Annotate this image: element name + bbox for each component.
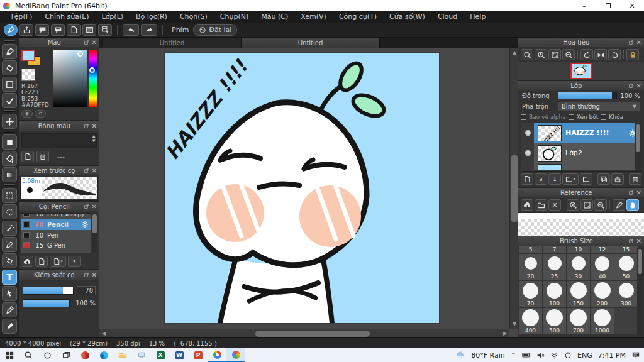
horizontal-scrollbar[interactable]: ◀ ▶	[99, 329, 509, 337]
menu-file[interactable]: Tệp(F)	[4, 11, 38, 23]
brush-size-scrollbar[interactable]	[637, 248, 643, 336]
menu-tools[interactable]: Công cụ(T)	[333, 11, 383, 23]
script-brush-button[interactable]: s	[68, 256, 80, 267]
popout-icon[interactable]	[628, 40, 634, 45]
scrollbar-thumb[interactable]	[511, 155, 518, 222]
navigator-view-rect[interactable]	[570, 63, 592, 79]
scroll-up-icon[interactable]: ▲	[510, 48, 518, 57]
tray-app-icon[interactable]	[564, 351, 572, 359]
brush-list-scrollbar[interactable]	[92, 213, 97, 253]
share-button[interactable]	[19, 24, 33, 36]
clock[interactable]: 7:41 PM	[598, 351, 626, 359]
navigator-preview-area[interactable]	[518, 62, 644, 80]
task-view-button[interactable]	[57, 348, 75, 362]
layer-visibility-toggle[interactable]	[521, 123, 534, 143]
close-button[interactable]: ✕	[620, 0, 644, 11]
tab-untitled-1[interactable]: Untitled	[103, 38, 242, 48]
popout-icon[interactable]	[628, 83, 634, 89]
layer-row-lop2[interactable]: Lớp2	[521, 143, 641, 163]
taskbar-app-this-pc[interactable]	[132, 348, 151, 362]
comment-button[interactable]	[35, 24, 49, 36]
eyedropper-tool[interactable]	[2, 302, 17, 317]
lasso-tool[interactable]	[2, 204, 17, 219]
layer-row-haizzz[interactable]: HAIZZZ !!!! HAIZZZ !!!!	[521, 123, 641, 143]
add-layer-menu-button[interactable]: ▾	[562, 173, 579, 185]
zoom-reset-button[interactable]	[521, 49, 533, 60]
close-icon[interactable]: ✕	[92, 204, 97, 210]
operation-tool[interactable]	[2, 286, 17, 301]
brush-settings-gear-icon[interactable]	[81, 221, 89, 228]
canvas[interactable]: HAIZZZ !!!!	[165, 53, 439, 323]
scroll-down-icon[interactable]: ▼	[510, 320, 518, 329]
text-tool[interactable]: T	[2, 270, 17, 285]
add-palette-color-button[interactable]	[21, 151, 34, 162]
menu-window[interactable]: Cửa sổ(W)	[383, 11, 431, 23]
brush-size-option[interactable]	[543, 281, 566, 300]
merge-layer-button[interactable]	[611, 173, 624, 185]
taskbar-search-button[interactable]	[19, 348, 38, 362]
layer-row-partial[interactable]	[521, 163, 641, 171]
brush-tool[interactable]	[2, 44, 17, 59]
scrollbar-thumb[interactable]	[638, 249, 642, 274]
foreground-color-swatch[interactable]	[21, 50, 35, 61]
add-1bit-layer-button[interactable]: 1	[548, 173, 561, 185]
brush-item-selected[interactable]: 70 Pencil	[21, 219, 91, 230]
brush-item[interactable]: 10 Pen	[21, 230, 91, 240]
weather-text[interactable]: 80°F Rain	[471, 351, 505, 359]
brush-size-option[interactable]	[543, 308, 566, 327]
undo-button[interactable]	[123, 24, 139, 36]
edit-brush-button[interactable]: ▾	[50, 256, 66, 267]
brush-size-value[interactable]: 70	[77, 286, 96, 295]
settings-list-button[interactable]	[82, 24, 96, 36]
menu-color[interactable]: Màu (C)	[255, 11, 294, 23]
brush-size-option[interactable]	[519, 308, 542, 327]
blend-mode-select[interactable]: Bình thường ▼	[558, 102, 640, 111]
hue-slider[interactable]	[89, 50, 97, 107]
battery-icon[interactable]	[522, 352, 531, 358]
select-eraser-tool[interactable]	[2, 253, 17, 268]
gradient-tool[interactable]	[2, 167, 17, 182]
fill-rect-tool[interactable]	[2, 134, 17, 150]
delete-palette-color-button[interactable]	[36, 151, 49, 162]
vertical-scrollbar[interactable]: ▲ ▼	[509, 48, 518, 329]
menu-view[interactable]: Xem(V)	[294, 11, 333, 23]
reference-open-button[interactable]	[535, 199, 547, 211]
menu-select[interactable]: Chọn(S)	[174, 11, 214, 23]
download-brush-button[interactable]	[21, 256, 33, 267]
minimize-button[interactable]: –	[572, 0, 596, 11]
close-icon[interactable]: ✕	[92, 272, 97, 278]
popout-icon[interactable]	[628, 238, 634, 244]
reset-button[interactable]: Đặt lại	[193, 24, 237, 36]
menu-edit[interactable]: Chỉnh sửa(E)	[38, 11, 95, 23]
volume-icon[interactable]	[536, 352, 545, 359]
zoom-in-button[interactable]	[535, 49, 547, 60]
comment-list-button[interactable]	[51, 24, 65, 36]
layer-opacity-slider[interactable]	[558, 92, 617, 99]
canvas-workspace[interactable]: HAIZZZ !!!!	[99, 48, 518, 337]
reference-zoom-out-button[interactable]	[594, 199, 607, 211]
menu-cloud[interactable]: Cloud	[431, 11, 464, 23]
dot-pen-tool[interactable]	[2, 93, 17, 108]
popout-icon[interactable]	[84, 204, 89, 209]
cortana-button[interactable]	[38, 348, 57, 362]
transparent-color-swatch[interactable]	[21, 69, 35, 81]
toolbar-grip[interactable]	[4, 40, 15, 42]
color-mode-button[interactable]	[21, 110, 33, 118]
add-layer-button[interactable]	[521, 173, 533, 185]
brush-size-option[interactable]	[567, 308, 590, 327]
menu-layer[interactable]: Lớp(L)	[96, 11, 130, 23]
brush-size-option[interactable]	[591, 254, 614, 273]
reference-clear-button[interactable]: ✕	[548, 199, 561, 211]
close-icon[interactable]: ✕	[92, 168, 97, 174]
reset-rotation-button[interactable]	[594, 49, 607, 60]
wifi-icon[interactable]	[550, 352, 558, 359]
document-button[interactable]	[67, 24, 80, 36]
eraser-tool[interactable]	[2, 60, 17, 75]
reference-cloud-button[interactable]	[521, 199, 533, 211]
lock-checkbox[interactable]	[601, 114, 606, 120]
brush-opacity-slider[interactable]	[23, 299, 70, 307]
popout-icon[interactable]	[628, 190, 634, 195]
shape-brush-tool[interactable]	[2, 77, 17, 92]
add-brush-button[interactable]	[35, 256, 48, 267]
palette-list[interactable]: ▲▼	[21, 133, 97, 148]
